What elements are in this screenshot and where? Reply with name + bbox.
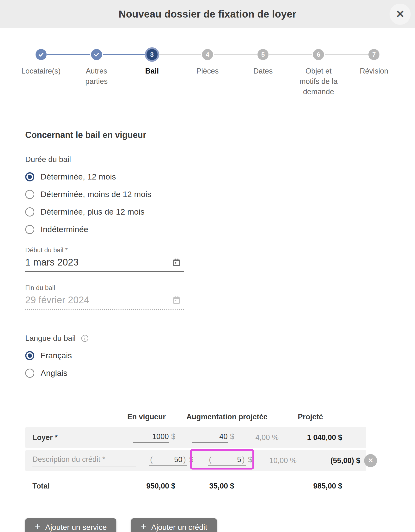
close-button[interactable]: ✕ [389,4,411,25]
rent-table: En vigueur Augmentation projetée Projeté… [25,413,366,497]
step-7-circle[interactable]: 7 [369,49,379,60]
step-7-label: Révision [353,66,395,76]
row-credit: ()$ ()$ 10,00 % (55,00) $ ✕ [25,450,366,471]
dollar-sign: $ [230,432,234,441]
plus-icon: + [35,522,40,532]
step-3-label: Bail [131,66,173,76]
description-credit-input[interactable] [32,455,136,466]
langue-du-bail-label: Langue du bail [25,334,76,343]
loyer-en-vigueur-input[interactable] [133,432,169,441]
form-body: Concernant le bail en vigueur Durée du b… [0,130,415,532]
langue-du-bail-section: Langue du bail Français Anglais [25,334,390,378]
dollar-sign: $ [189,455,193,464]
check-icon [38,51,45,58]
langue-radio-group: Français Anglais [25,351,390,378]
step-revision[interactable]: 7 Révision [346,48,402,97]
step-3-circle[interactable]: 3 [147,49,157,60]
credit-en-vigueur-input[interactable] [153,455,182,464]
radio-determinee-plus-12-mois[interactable]: Déterminée, plus de 12 mois [25,207,390,217]
radio-label: Déterminée, 12 mois [41,172,116,181]
row-loyer: Loyer * $ $ 4,00 % 1 040,00 $ [25,427,366,448]
modal-title: Nouveau dossier de fixation de loyer [119,9,296,20]
total-en-vigueur: 950,00 $ [118,482,175,490]
credit-projete: (55,00) $ [297,456,360,465]
paren-close: ) [241,455,245,464]
loyer-augmentation-input[interactable] [192,432,228,441]
paren-open: ( [149,455,153,464]
dollar-sign: $ [248,455,252,464]
fin-du-bail-label: Fin du bail [25,284,184,292]
credit-augmentation-cell: ()$ [193,455,252,466]
radio-circle-selected-icon [25,351,34,360]
debut-du-bail-field: Début du bail * [25,247,184,272]
add-credit-button[interactable]: + Ajouter un crédit [131,518,217,532]
row-total: Total 950,00 $ 35,00 $ 985,00 $ [25,475,366,497]
check-icon [93,51,100,58]
radio-circle-icon [25,225,34,234]
radio-label: Anglais [41,368,67,378]
paren-close: ) [182,455,187,464]
radio-circle-icon [25,207,34,217]
header-projete: Projeté [279,413,342,421]
new-rent-fixation-modal: Nouveau dossier de fixation de loyer ✕ L… [0,0,415,532]
radio-indeterminee[interactable]: Indéterminée [25,225,390,234]
radio-label: Indéterminée [41,225,88,234]
wizard-stepper: Locataire(s) Autres parties 3 Bail 4 Piè… [13,48,402,97]
debut-du-bail-input[interactable] [25,257,150,268]
step-6-number: 6 [317,51,320,58]
radio-circle-icon [25,369,34,378]
info-icon[interactable] [81,334,89,342]
plus-icon: + [141,522,146,532]
duree-radio-group: Déterminée, 12 mois Déterminée, moins de… [25,172,390,234]
radio-circle-icon [25,190,34,199]
step-5-label: Dates [242,66,284,76]
step-5-number: 5 [261,51,265,58]
radio-label: Déterminée, moins de 12 mois [41,190,151,199]
modal-header: Nouveau dossier de fixation de loyer ✕ [0,0,415,28]
debut-du-bail-label: Début du bail * [25,247,184,254]
credit-augmentation-input[interactable] [212,455,241,464]
step-5-circle[interactable]: 5 [258,49,268,60]
radio-francais[interactable]: Français [25,351,390,360]
add-service-label: Ajouter un service [45,523,107,532]
radio-label: Déterminée, plus de 12 mois [41,207,145,217]
header-augmentation-projetee: Augmentation projetée [175,413,279,421]
radio-anglais[interactable]: Anglais [25,368,390,378]
step-7-number: 7 [372,51,376,58]
radio-determinee-12-mois[interactable]: Déterminée, 12 mois [25,172,390,181]
step-2-circle[interactable] [91,49,102,60]
add-service-button[interactable]: + Ajouter un service [25,518,116,532]
loyer-projete: 1 040,00 $ [279,433,342,442]
total-label: Total [32,482,118,490]
duree-du-bail-label: Durée du bail [25,155,390,164]
total-augmentation: 35,00 $ [175,482,234,490]
step-4-label: Pièces [186,66,229,76]
header-en-vigueur: En vigueur [118,413,175,421]
step-6-label: Objet et motifs de la demande [297,66,340,97]
step-4-circle[interactable]: 4 [202,49,213,60]
loyer-pourcentage: 4,00 % [234,433,279,442]
radio-label: Français [41,351,72,360]
close-icon: ✕ [396,9,405,19]
add-credit-label: Ajouter un crédit [151,523,207,532]
step-1-label: Locataire(s) [20,66,62,76]
step-1-circle[interactable] [36,49,46,60]
step-3-number: 3 [150,51,154,58]
delete-icon: ✕ [368,457,373,464]
paren-open: ( [208,455,212,464]
radio-determinee-moins-12-mois[interactable]: Déterminée, moins de 12 mois [25,190,390,199]
step-6-circle[interactable]: 6 [313,49,324,60]
calendar-icon[interactable] [172,258,181,267]
loyer-label: Loyer * [32,433,118,442]
dollar-sign: $ [171,432,175,441]
table-actions: + Ajouter un service + Ajouter un crédit [25,518,390,532]
delete-credit-button[interactable]: ✕ [364,454,377,467]
step-4-number: 4 [206,51,209,58]
total-projete: 985,00 $ [279,482,342,490]
section-heading: Concernant le bail en vigueur [25,130,390,140]
fin-du-bail-input [25,294,150,305]
rent-table-header: En vigueur Augmentation projetée Projeté [25,413,366,421]
fin-du-bail-field: Fin du bail [25,284,184,310]
credit-pourcentage: 10,00 % [252,456,297,465]
step-2-label: Autres parties [75,66,118,86]
